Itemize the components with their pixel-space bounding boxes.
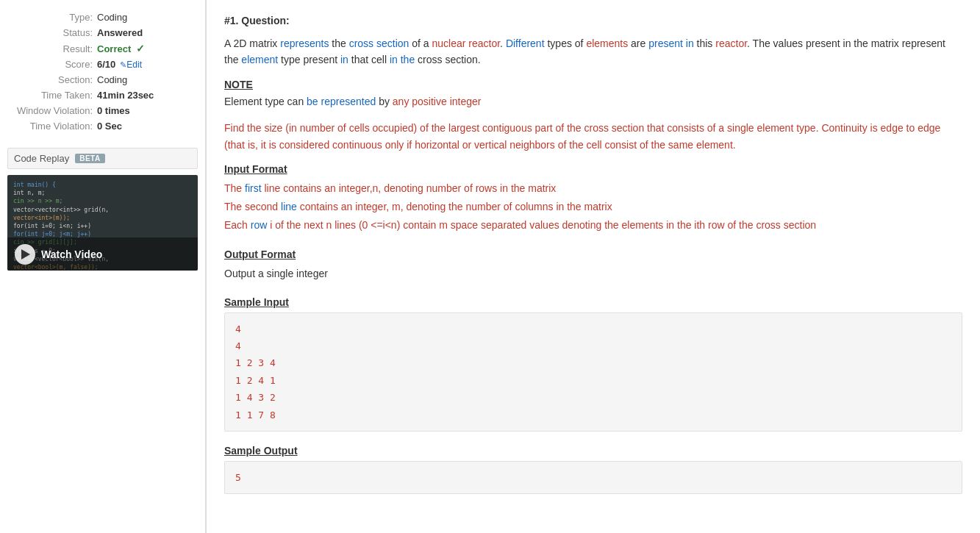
code-replay-header: Code Replay BETA (7, 148, 198, 169)
sample-input-line-6: 1 1 7 8 (235, 407, 951, 423)
output-format-title: Output Format (224, 248, 962, 260)
input-format-title: Input Format (224, 163, 962, 175)
video-thumbnail[interactable]: int main() { int n, m; cin >> n >> m; ve… (7, 175, 198, 271)
meta-window-violation-row: Window Violation: 0 times (12, 105, 193, 116)
type-value: Coding (97, 12, 127, 23)
sidebar: Type: Coding Status: Answered Result: Co… (0, 0, 206, 533)
sample-input-title: Sample Input (224, 296, 962, 308)
section-label: Section: (12, 74, 93, 85)
window-violation-label: Window Violation: (12, 105, 93, 116)
play-button[interactable] (15, 244, 35, 265)
status-value: Answered (97, 27, 143, 38)
sample-input-line-4: 1 2 4 1 (235, 372, 951, 389)
edit-link[interactable]: ✎Edit (120, 60, 142, 70)
play-triangle-icon (21, 249, 30, 260)
section-value: Coding (97, 74, 127, 85)
sample-input-line-2: 4 (235, 337, 951, 354)
time-violation-value: 0 Sec (97, 121, 122, 132)
score-value: 6/10 (97, 59, 115, 70)
sample-input-line-5: 1 4 3 2 (235, 389, 951, 406)
question-number: #1. Question: (224, 15, 962, 26)
sample-output-value: 5 (235, 469, 951, 486)
time-taken-label: Time Taken: (12, 90, 93, 101)
output-format-section: Output Format Output a single integer (224, 248, 962, 283)
main-content: #1. Question: A 2D matrix represents the… (207, 0, 980, 533)
meta-score-row: Score: 6/10 ✎Edit (12, 59, 193, 70)
sample-output-box: 5 (224, 461, 962, 494)
find-section: Find the size (in number of cells occupi… (224, 120, 962, 153)
question-body: A 2D matrix represents the cross section… (224, 35, 962, 68)
window-violation-value: 0 times (97, 105, 130, 116)
sample-input-line-3: 1 2 3 4 (235, 354, 951, 371)
sample-output-section: Sample Output 5 (224, 445, 962, 494)
sample-input-line-1: 4 (235, 321, 951, 337)
sidebar-meta: Type: Coding Status: Answered Result: Co… (0, 12, 205, 148)
score-label: Score: (12, 59, 93, 70)
sample-input-box: 4 4 1 2 3 4 1 2 4 1 1 4 3 2 1 1 7 8 (224, 312, 962, 432)
input-format-body: The first line contains an integer,n, de… (224, 179, 962, 235)
result-value: Correct ✓ (97, 43, 145, 54)
meta-result-row: Result: Correct ✓ (12, 43, 193, 54)
time-violation-label: Time Violation: (12, 121, 93, 132)
code-replay-label: Code Replay (14, 153, 69, 164)
time-taken-value: 41min 23sec (97, 90, 154, 101)
output-format-body: Output a single integer (224, 265, 962, 283)
note-body: Element type can be represented by any p… (224, 93, 962, 110)
beta-badge: BETA (75, 154, 104, 163)
input-format-section: Input Format The first line contains an … (224, 163, 962, 235)
type-label: Type: (12, 12, 93, 23)
meta-type-row: Type: Coding (12, 12, 193, 23)
edit-icon: ✎ (120, 60, 126, 69)
meta-section-row: Section: Coding (12, 74, 193, 85)
meta-time-taken-row: Time Taken: 41min 23sec (12, 90, 193, 101)
status-label: Status: (12, 27, 93, 38)
code-replay-section: Code Replay BETA int main() { int n, m; … (0, 148, 205, 271)
sample-output-title: Sample Output (224, 445, 962, 457)
checkmark-icon: ✓ (136, 43, 145, 54)
note-section: NOTE Element type can be represented by … (224, 79, 962, 110)
sample-input-section: Sample Input 4 4 1 2 3 4 1 2 4 1 1 4 3 2… (224, 296, 962, 432)
note-title: NOTE (224, 79, 962, 90)
watch-video-text: Watch Video (41, 248, 102, 260)
meta-time-violation-row: Time Violation: 0 Sec (12, 121, 193, 132)
video-overlay: Watch Video (7, 237, 198, 271)
result-label: Result: (12, 43, 93, 54)
meta-status-row: Status: Answered (12, 27, 193, 38)
